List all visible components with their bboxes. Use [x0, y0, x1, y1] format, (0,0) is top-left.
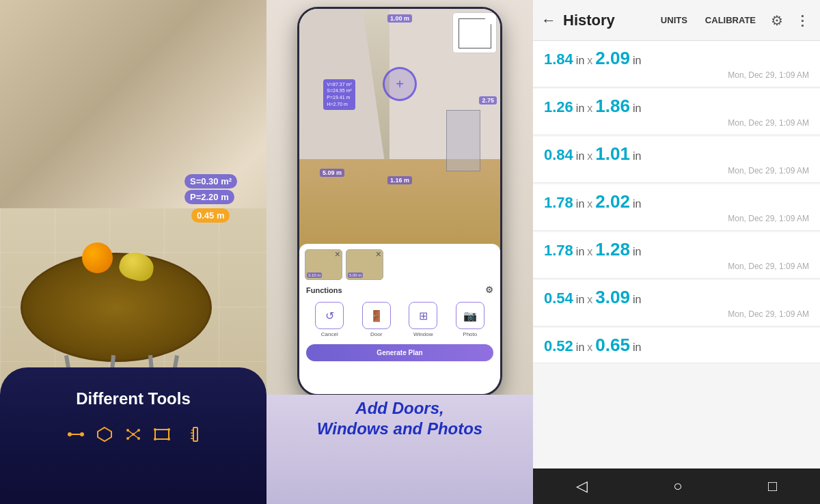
history-item[interactable]: 0.84 in x 1.01 in Mon, Dec 29, 1:09 AM — [533, 137, 820, 183]
phone-crosshair — [383, 67, 417, 101]
functions-panel: 3.10 m 5.00 m Functions ⚙ ↺ Cancel — [299, 244, 500, 394]
tool-line-icon — [68, 428, 84, 440]
dim-x: x — [587, 150, 592, 163]
history-time: Mon, Dec 29, 1:09 AM — [544, 262, 809, 271]
middle-bottom-area: Add Doors, Windows and Photos — [266, 395, 533, 504]
nav-home-button[interactable]: ○ — [659, 472, 696, 501]
history-item[interactable]: 1.78 in x 1.28 in Mon, Dec 29, 1:09 AM — [533, 232, 820, 279]
units-button[interactable]: UNITS — [655, 12, 693, 28]
dim-val1: 0.52 — [544, 337, 573, 355]
dim-val2: 1.28 — [595, 239, 630, 260]
cancel-func-btn[interactable]: ↺ Cancel — [315, 302, 344, 337]
svg-point-14 — [154, 428, 156, 431]
functions-gear-icon[interactable]: ⚙ — [485, 285, 493, 295]
svg-marker-3 — [98, 428, 111, 441]
tool-ruler-icon — [182, 426, 199, 443]
dim-x: x — [587, 102, 592, 115]
history-dims: 0.84 in x 1.01 in — [544, 143, 809, 165]
left-panel: S=0.30 m² P=2.20 m 0.45 m Different Tool… — [0, 0, 266, 504]
dim-unit2: in — [633, 246, 641, 258]
history-dims: 0.52 in x 0.65 in — [544, 335, 809, 356]
svg-line-10 — [133, 430, 139, 434]
dim-unit2: in — [633, 150, 641, 163]
left-bottom-area: Different Tools — [0, 367, 266, 504]
table-top — [20, 253, 212, 362]
dim-val1: 1.78 — [544, 242, 573, 260]
left-photo: S=0.30 m² P=2.20 m 0.45 m — [0, 0, 266, 417]
dim-val2: 3.09 — [595, 287, 630, 308]
photo-thumb-1[interactable]: 3.10 m — [305, 249, 342, 280]
history-time: Mon, Dec 29, 1:09 AM — [544, 70, 809, 80]
settings-gear-icon[interactable]: ⚙ — [768, 10, 786, 31]
history-time: Mon, Dec 29, 1:09 AM — [544, 214, 809, 223]
door-func-btn[interactable]: 🚪 Door — [362, 302, 391, 337]
photo-thumb-2[interactable]: 5.00 m — [346, 249, 383, 280]
svg-point-17 — [167, 438, 170, 440]
photo-func-label: Photo — [463, 331, 477, 337]
nav-recents-button[interactable]: □ — [754, 472, 791, 501]
dim-val2: 2.02 — [595, 191, 630, 212]
dim-val2: 1.01 — [595, 143, 630, 165]
window-func-btn[interactable]: ⊞ Window — [409, 302, 437, 337]
measurement-dist-label: 0.45 m — [191, 208, 230, 223]
dim-x: x — [587, 341, 592, 354]
history-header: ← History UNITS CALIBRATE ⚙ ⋮ — [533, 0, 820, 41]
left-title: Different Tools — [0, 389, 266, 408]
history-dims: 0.54 in x 3.09 in — [544, 287, 809, 308]
back-button[interactable]: ← — [541, 12, 556, 29]
room-door — [446, 110, 480, 171]
history-dims: 1.26 in x 1.86 in — [544, 96, 809, 117]
dim-unit1: in — [576, 150, 584, 163]
history-list: 1.84 in x 2.09 in Mon, Dec 29, 1:09 AM 1… — [533, 41, 820, 468]
door-func-label: Door — [370, 331, 382, 337]
dim-unit2: in — [633, 341, 641, 354]
room-background: 1.00 m 2.75 5.09 m 1.16 m V=87.37 m³S=24… — [299, 9, 500, 260]
dim-val1: 0.54 — [544, 290, 573, 307]
dim-val1: 1.78 — [544, 194, 573, 212]
dim-unit1: in — [576, 294, 584, 306]
dim-val2: 2.09 — [595, 48, 630, 69]
calibrate-button[interactable]: CALIBRATE — [700, 12, 761, 28]
svg-line-11 — [128, 434, 133, 438]
dim-x: x — [587, 246, 592, 258]
dim-unit2: in — [633, 198, 641, 210]
right-panel: ← History UNITS CALIBRATE ⚙ ⋮ 1.84 in x … — [533, 0, 820, 504]
history-item[interactable]: 1.78 in x 2.02 in Mon, Dec 29, 1:09 AM — [533, 184, 820, 231]
dim-x: x — [587, 294, 592, 306]
svg-point-15 — [167, 428, 170, 431]
history-item[interactable]: 0.52 in x 0.65 in — [533, 328, 820, 363]
history-dims: 1.78 in x 1.28 in — [544, 239, 809, 260]
window-func-icon: ⊞ — [409, 302, 437, 329]
dim-val1: 0.84 — [544, 146, 573, 164]
fruit-orange — [82, 242, 113, 273]
dim-val1: 1.84 — [544, 51, 573, 68]
dim-unit2: in — [633, 294, 641, 306]
functions-header: Functions ⚙ — [299, 281, 500, 298]
dim-unit1: in — [576, 102, 584, 115]
phone-frame: 1.00 m 2.75 5.09 m 1.16 m V=87.37 m³S=24… — [297, 7, 502, 396]
photo-func-icon: 📷 — [456, 302, 484, 329]
minimap-shape — [459, 18, 491, 48]
functions-title: Functions — [306, 286, 342, 294]
history-dims: 1.84 in x 2.09 in — [544, 48, 809, 69]
phone-meas-right: 2.75 — [479, 96, 497, 104]
middle-panel: 1.00 m 2.75 5.09 m 1.16 m V=87.37 m³S=24… — [266, 0, 533, 504]
history-item[interactable]: 1.26 in x 1.86 in Mon, Dec 29, 1:09 AM — [533, 89, 820, 135]
dim-val2: 0.65 — [595, 335, 630, 356]
cancel-func-label: Cancel — [321, 331, 338, 337]
photo-func-btn[interactable]: 📷 Photo — [456, 302, 484, 337]
phone-meas-bottom: 5.09 m — [320, 169, 344, 177]
dim-unit1: in — [576, 246, 584, 258]
svg-point-1 — [80, 432, 84, 436]
history-item[interactable]: 1.84 in x 2.09 in Mon, Dec 29, 1:09 AM — [533, 41, 820, 87]
history-dims: 1.78 in x 2.02 in — [544, 191, 809, 212]
generate-plan-button[interactable]: Generate Plan — [306, 344, 493, 361]
history-time: Mon, Dec 29, 1:09 AM — [544, 118, 809, 128]
nav-back-button[interactable]: ◁ — [562, 472, 601, 501]
more-options-icon[interactable]: ⋮ — [793, 10, 812, 31]
thumb1-label: 3.10 m — [307, 272, 322, 278]
phone-meas-top: 1.00 m — [387, 14, 412, 23]
history-item[interactable]: 0.54 in x 3.09 in Mon, Dec 29, 1:09 AM — [533, 280, 820, 326]
svg-rect-18 — [193, 428, 197, 441]
function-buttons: ↺ Cancel 🚪 Door ⊞ Window 📷 Photo — [299, 298, 500, 341]
